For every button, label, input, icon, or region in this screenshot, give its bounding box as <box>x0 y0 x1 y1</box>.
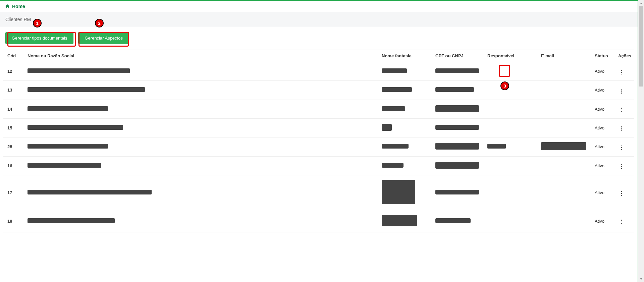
more-vert-icon <box>621 195 622 196</box>
callout-badge-3: 3 <box>500 81 509 90</box>
cell-acoes <box>614 100 634 118</box>
th-cod: Cód <box>3 50 23 62</box>
row-actions-button[interactable] <box>618 190 624 197</box>
redacted-value <box>435 218 471 223</box>
row-actions-button[interactable] <box>618 68 624 76</box>
manage-doc-types-button[interactable]: Gerenciar tipos documentais <box>5 32 73 44</box>
redacted-value <box>435 190 479 194</box>
cell-cpf <box>431 118 483 137</box>
table-row: 12Ativo <box>3 62 634 81</box>
scroll-down-arrow-icon[interactable]: ▼ <box>638 276 644 282</box>
redacted-value <box>28 144 108 149</box>
cell-cod: 18 <box>3 210 23 232</box>
cell-fantasia <box>378 137 431 156</box>
scroll-thumb[interactable] <box>639 6 643 87</box>
redacted-value <box>435 143 479 150</box>
cell-responsavel <box>483 118 537 137</box>
toolbar: Gerenciar tipos documentais Gerenciar As… <box>0 27 638 50</box>
cell-email <box>537 62 591 81</box>
cell-status: Ativo <box>591 81 614 100</box>
cell-email <box>537 175 591 210</box>
outer-scrollbar[interactable]: ▲ ▼ <box>638 0 644 282</box>
more-vert-icon <box>621 220 622 221</box>
row-actions-button[interactable] <box>618 106 624 114</box>
cell-fantasia <box>378 100 431 118</box>
breadcrumb-home-tab[interactable]: Home <box>0 1 30 12</box>
more-vert-icon <box>621 191 622 192</box>
cell-nome <box>23 210 378 232</box>
th-resp: Responsável <box>483 50 537 62</box>
cell-cpf <box>431 210 483 232</box>
cell-email <box>537 81 591 100</box>
redacted-value <box>435 68 479 73</box>
callout-badge-1: 1 <box>33 19 42 27</box>
cell-acoes <box>614 156 634 175</box>
row-actions-button[interactable] <box>618 125 624 132</box>
more-vert-icon <box>621 89 622 90</box>
home-icon <box>5 4 10 9</box>
redacted-value <box>382 124 392 131</box>
more-vert-icon <box>621 108 622 109</box>
redacted-value <box>382 163 404 168</box>
more-vert-icon <box>621 149 622 150</box>
cell-status: Ativo <box>591 175 614 210</box>
cell-acoes <box>614 118 634 137</box>
cell-cpf <box>431 175 483 210</box>
table-row: 15Ativo <box>3 118 634 137</box>
scroll-track[interactable] <box>638 6 644 276</box>
table-row: 17Ativo <box>3 175 634 210</box>
cell-responsavel <box>483 81 537 100</box>
row-actions-button[interactable] <box>618 144 624 152</box>
redacted-value <box>382 144 409 149</box>
redacted-value <box>435 105 479 112</box>
callout-badge-2: 2 <box>95 19 104 27</box>
cell-cpf <box>431 81 483 100</box>
redacted-value <box>382 180 415 204</box>
row-actions-button[interactable] <box>618 163 624 170</box>
cell-fantasia <box>378 210 431 232</box>
redacted-value <box>28 87 145 92</box>
row-actions-button[interactable] <box>618 218 624 226</box>
cell-nome <box>23 137 378 156</box>
cell-email <box>537 100 591 118</box>
cell-fantasia <box>378 118 431 137</box>
more-vert-icon <box>621 147 622 148</box>
cell-cod: 13 <box>3 81 23 100</box>
row-actions-button[interactable] <box>618 88 624 95</box>
more-vert-icon <box>621 164 622 165</box>
redacted-value <box>28 125 123 130</box>
cell-cpf <box>431 137 483 156</box>
cell-responsavel <box>483 156 537 175</box>
manage-aspects-button[interactable]: Gerenciar Aspectos <box>78 32 129 44</box>
more-vert-icon <box>621 126 622 127</box>
redacted-value <box>435 87 474 92</box>
redacted-value <box>541 142 586 150</box>
table-row: 14Ativo <box>3 100 634 118</box>
cell-fantasia <box>378 175 431 210</box>
cell-responsavel <box>483 62 537 81</box>
cell-cod: 14 <box>3 100 23 118</box>
more-vert-icon <box>621 70 622 71</box>
cell-status: Ativo <box>591 156 614 175</box>
cell-cod: 15 <box>3 118 23 137</box>
cell-fantasia <box>378 62 431 81</box>
redacted-value <box>435 125 479 130</box>
cell-status: Ativo <box>591 137 614 156</box>
cell-acoes <box>614 210 634 232</box>
scroll-up-arrow-icon[interactable]: ▲ <box>638 0 644 6</box>
cell-cpf <box>431 100 483 118</box>
cell-status: Ativo <box>591 210 614 232</box>
cell-cod: 28 <box>3 137 23 156</box>
cell-acoes <box>614 137 634 156</box>
cell-cod: 16 <box>3 156 23 175</box>
more-vert-icon <box>621 128 622 129</box>
cell-acoes <box>614 175 634 210</box>
cell-responsavel <box>483 100 537 118</box>
cell-status: Ativo <box>591 100 614 118</box>
redacted-value <box>435 162 479 169</box>
breadcrumb-home-label: Home <box>12 4 25 9</box>
th-email: E-mail <box>537 50 591 62</box>
cell-email <box>537 210 591 232</box>
table-row: 13Ativo <box>3 81 634 100</box>
more-vert-icon <box>621 166 622 167</box>
